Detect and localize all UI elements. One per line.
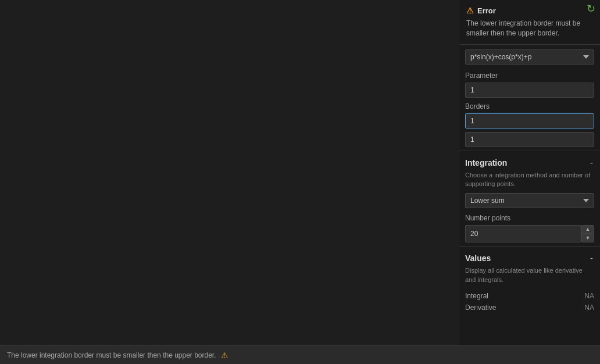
integration-section-header: Integration - <box>459 152 600 170</box>
refresh-button-area: ↻ <box>587 3 595 14</box>
status-bar: The lower integration border must be sma… <box>0 345 600 364</box>
values-description: Display all calculated value like deriva… <box>459 265 600 288</box>
integration-method-wrap: Lower sum Upper sum Midpoint sum Trapezo… <box>459 192 600 210</box>
status-warning-icon: ⚠ <box>221 351 228 360</box>
error-banner: ⚠ Error The lower integration border mus… <box>459 0 600 45</box>
parameter-input[interactable] <box>465 83 594 98</box>
values-section-header: Values - <box>459 248 600 265</box>
canvas-panel <box>0 0 459 345</box>
number-points-decrement[interactable]: ▼ <box>582 234 594 242</box>
integration-title: Integration <box>465 158 507 167</box>
integral-label: Integral <box>465 290 563 302</box>
integration-collapse-button[interactable]: - <box>589 158 594 167</box>
integration-description: Choose a integration method and number o… <box>459 170 600 192</box>
border-upper-wrap <box>459 131 600 149</box>
integration-method-selector[interactable]: Lower sum Upper sum Midpoint sum Trapezo… <box>465 193 594 208</box>
border-upper-input[interactable] <box>465 132 594 147</box>
refresh-button[interactable]: ↻ <box>587 3 595 14</box>
border-lower-wrap <box>459 112 600 131</box>
border-lower-input[interactable] <box>465 113 594 129</box>
number-points-input[interactable] <box>465 225 581 242</box>
function-selector[interactable]: p*sin(x)+cos(p*x)+p x^2 sin(x) cos(x) <box>465 49 594 65</box>
function-selector-wrap: p*sin(x)+cos(p*x)+p x^2 sin(x) cos(x) <box>459 45 600 68</box>
derivative-value: NA <box>563 302 594 313</box>
error-title-text: Error <box>477 6 496 15</box>
values-collapse-button[interactable]: - <box>589 254 594 263</box>
derivative-row: Derivative NA <box>465 302 594 313</box>
status-message: The lower integration border must be sma… <box>7 351 216 359</box>
number-points-wrap: ▲ ▼ <box>459 224 600 245</box>
error-message: The lower integration border must be sma… <box>466 19 593 38</box>
number-points-stepper: ▲ ▼ <box>581 225 594 242</box>
refresh-icon: ↻ <box>587 3 595 15</box>
values-title: Values <box>465 254 491 263</box>
number-points-label: Number points <box>459 210 600 224</box>
derivative-label: Derivative <box>465 302 563 313</box>
error-title: ⚠ Error <box>466 6 593 15</box>
borders-label: Borders <box>459 100 600 112</box>
parameter-label: Parameter <box>459 68 600 81</box>
integral-value: NA <box>563 290 594 302</box>
values-table: Integral NA Derivative NA <box>459 288 600 319</box>
parameter-input-wrap <box>459 81 600 100</box>
sidebar: ↻ ⚠ Error The lower integration border m… <box>459 0 600 345</box>
number-points-increment[interactable]: ▲ <box>582 226 594 234</box>
error-icon: ⚠ <box>466 6 474 15</box>
integral-row: Integral NA <box>465 290 594 302</box>
